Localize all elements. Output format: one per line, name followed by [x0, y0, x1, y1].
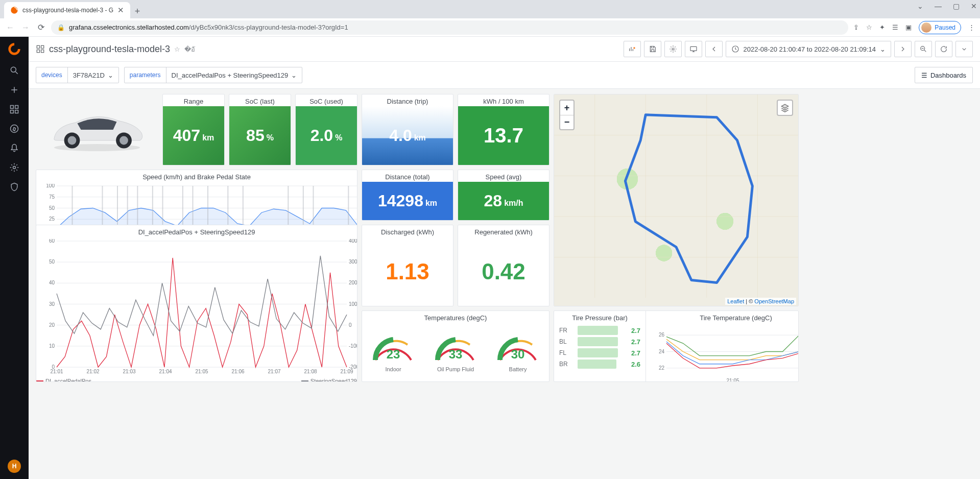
- bookmark-star-icon[interactable]: ☆: [866, 23, 872, 31]
- grafana-logo[interactable]: [7, 42, 21, 56]
- osm-link[interactable]: OpenStreetMap: [754, 298, 794, 304]
- kebab-menu-icon[interactable]: ⋮: [968, 23, 975, 31]
- chart-accel-steer[interactable]: DI_accelPedalPos + SteeringSpeed129 0102…: [36, 225, 357, 382]
- add-panel-button[interactable]: [624, 41, 641, 57]
- share-icon[interactable]: �อั: [184, 44, 195, 55]
- url-input[interactable]: 🔒 grafana.csselectronics.stellarhosted.c…: [51, 20, 848, 35]
- back-icon[interactable]: ←: [5, 23, 15, 32]
- clock-icon: [731, 45, 739, 53]
- map-route: [554, 94, 798, 298]
- stat-kwh-100km[interactable]: kWh / 100 km 13.7: [458, 94, 549, 165]
- url-path: /d/yBc5x90nk3/css-playground-tesla-model…: [189, 23, 348, 31]
- svg-point-20: [119, 136, 128, 145]
- configuration-icon[interactable]: [9, 162, 19, 173]
- tire-panels-container: Tire Pressure (bar) FR 2.7 BL 2.7 FL 2.7…: [554, 310, 799, 382]
- refresh-interval-button[interactable]: [955, 41, 973, 57]
- svg-rect-47: [162, 186, 163, 230]
- tab-title: css-playground-tesla-model-3 - G: [22, 7, 113, 14]
- map-attribution: Leaflet | © OpenStreetMap: [725, 298, 796, 305]
- user-avatar[interactable]: H: [8, 460, 21, 473]
- chevron-down-icon[interactable]: ⌄: [917, 2, 923, 10]
- explore-icon[interactable]: [9, 124, 19, 134]
- map-zoom-in[interactable]: +: [560, 101, 573, 115]
- window-controls: ⌄ — ▢ ✕: [917, 2, 977, 10]
- map-zoom-out[interactable]: −: [560, 115, 573, 129]
- plus-icon[interactable]: [9, 85, 19, 95]
- svg-rect-8: [37, 45, 39, 48]
- time-range-picker[interactable]: 2022-08-20 21:00:47 to 2022-08-20 21:09:…: [726, 41, 892, 57]
- svg-rect-54: [303, 186, 304, 230]
- svg-rect-56: [348, 186, 349, 230]
- browser-tab-strip: css-playground-tesla-model-3 - G ✕ + ⌄ —…: [0, 0, 980, 18]
- svg-rect-10: [37, 50, 39, 53]
- forward-icon[interactable]: →: [20, 23, 31, 32]
- svg-text:21:06: 21:06: [231, 369, 244, 374]
- extensions-icon[interactable]: ✦: [879, 23, 885, 31]
- alerting-icon[interactable]: [9, 143, 19, 153]
- leaflet-link[interactable]: Leaflet: [727, 298, 744, 304]
- save-button[interactable]: [644, 41, 661, 57]
- tab-close-icon[interactable]: ✕: [117, 6, 124, 15]
- panel-tire-pressure[interactable]: Tire Pressure (bar) FR 2.7 BL 2.7 FL 2.7…: [554, 311, 646, 382]
- panel-temperatures[interactable]: Temperatures (degC) 23 Indoor 33 Oil Pum…: [362, 310, 549, 382]
- dashboards-icon[interactable]: [9, 104, 19, 114]
- chart-legend: DI_accelPedalPos SteeringSpeed129: [36, 377, 357, 382]
- svg-text:22: 22: [659, 365, 665, 371]
- profile-label: Paused: [935, 24, 955, 31]
- svg-text:25: 25: [49, 216, 55, 222]
- settings-button[interactable]: [664, 41, 682, 57]
- dashboard-topbar: css-playground-tesla-model-3 ☆ �อั 2022-…: [29, 37, 980, 62]
- minimize-icon[interactable]: —: [935, 2, 942, 10]
- svg-text:24: 24: [659, 349, 665, 354]
- tire-pressure-row: BL 2.7: [554, 336, 646, 347]
- profile-chip[interactable]: Paused: [919, 21, 961, 34]
- svg-text:21:01: 21:01: [50, 369, 63, 374]
- favorite-star-icon[interactable]: ☆: [174, 45, 180, 53]
- svg-rect-55: [313, 186, 314, 230]
- stat-discharged[interactable]: Discharged (kWh) 1.13: [362, 225, 453, 306]
- reading-list-icon[interactable]: ☰: [892, 23, 898, 31]
- server-admin-icon[interactable]: [9, 182, 19, 192]
- tire-pressure-row: FR 2.7: [554, 325, 646, 336]
- var-devices[interactable]: devices 3F78A21D⌄: [36, 67, 119, 83]
- svg-text:40: 40: [49, 280, 55, 285]
- browser-toolbar-right: ⇪ ☆ ✦ ☰ ▣ Paused ⋮: [853, 21, 975, 34]
- svg-rect-13: [690, 46, 697, 51]
- map-panel[interactable]: + − Leaflet | © OpenStreetMap: [554, 94, 799, 306]
- time-forward-button[interactable]: [894, 41, 912, 57]
- avatar: [921, 22, 931, 33]
- stat-regenerated[interactable]: Regenerated (kWh) 0.42: [458, 225, 549, 306]
- side-panel-icon[interactable]: ▣: [905, 23, 912, 31]
- dashboards-link[interactable]: ☰ Dashboards: [915, 67, 973, 83]
- stat-distance-trip[interactable]: Distance (trip) 4.0km: [362, 94, 453, 165]
- url-host: grafana.csselectronics.stellarhosted.com: [69, 23, 189, 31]
- refresh-button[interactable]: [935, 41, 952, 57]
- stat-soc-used[interactable]: SoC (used) 2.0%: [295, 94, 357, 165]
- close-window-icon[interactable]: ✕: [971, 2, 977, 10]
- stat-speed-avg[interactable]: Speed (avg) 28km/h: [458, 170, 549, 221]
- svg-rect-49: [193, 186, 194, 230]
- zoom-out-button[interactable]: [915, 41, 932, 57]
- map-layers-icon[interactable]: [777, 100, 793, 116]
- stat-distance-total[interactable]: Distance (total) 14298km: [362, 170, 453, 221]
- chevron-down-icon: ⌄: [108, 71, 113, 79]
- share-page-icon[interactable]: ⇪: [853, 23, 859, 31]
- time-back-button[interactable]: [705, 41, 723, 57]
- search-icon[interactable]: [9, 65, 19, 76]
- stat-range[interactable]: Range 407km: [162, 94, 225, 165]
- stat-soc-last[interactable]: SoC (last) 85%: [229, 94, 291, 165]
- dashboard-icon[interactable]: [36, 44, 45, 54]
- svg-text:75: 75: [49, 194, 55, 200]
- browser-tab[interactable]: css-playground-tesla-model-3 - G ✕: [4, 2, 130, 18]
- tv-mode-button[interactable]: [685, 41, 702, 57]
- lock-icon: 🔒: [57, 24, 65, 31]
- svg-rect-2: [11, 106, 14, 109]
- var-parameters[interactable]: parameters DI_accelPedalPos + SteeringSp…: [124, 67, 302, 83]
- reload-icon[interactable]: ⟳: [36, 22, 46, 32]
- map-zoom-controls: + −: [559, 100, 575, 130]
- maximize-icon[interactable]: ▢: [953, 2, 960, 10]
- svg-text:21:08: 21:08: [304, 369, 317, 374]
- new-tab-button[interactable]: +: [130, 4, 145, 18]
- panel-tire-temp[interactable]: Tire Temperature (degC) 22242621:05 — BL…: [646, 311, 799, 382]
- svg-rect-4: [11, 110, 14, 113]
